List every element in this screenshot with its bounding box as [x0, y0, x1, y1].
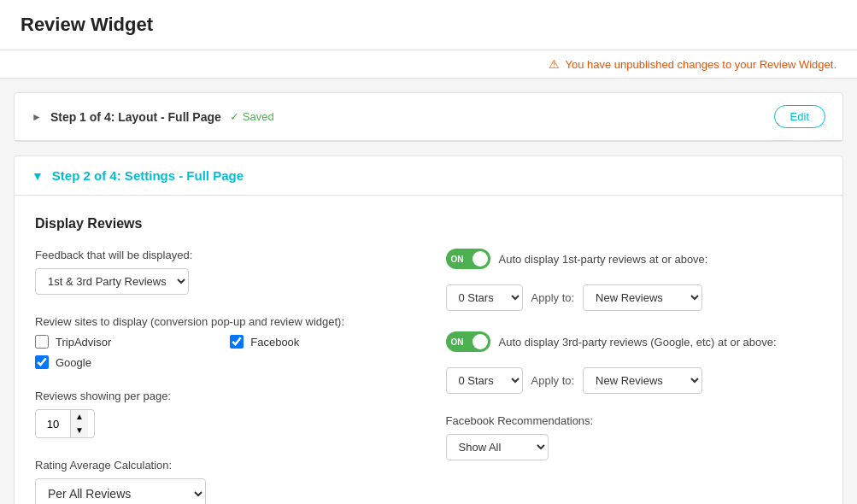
saved-badge: ✓ Saved: [230, 110, 274, 123]
review-sites-label: Review sites to display (conversion pop-…: [35, 315, 412, 328]
spinner-buttons: ▲ ▼: [70, 410, 88, 437]
facebook-label[interactable]: Facebook: [250, 336, 299, 349]
auto1-apply-label: Apply to:: [531, 291, 575, 304]
per-page-input[interactable]: [36, 413, 70, 436]
per-page-down-button[interactable]: ▼: [71, 424, 88, 437]
rating-calc-select[interactable]: Per All Reviews Per Selected Reviews: [35, 478, 206, 504]
auto1-toggle[interactable]: ON: [446, 249, 490, 269]
step2-label: Step 2 of 4: Settings - Full Page: [52, 168, 244, 183]
step2-section: ▼ Step 2 of 4: Settings - Full Page Disp…: [14, 155, 843, 504]
step2-arrow-icon[interactable]: ▼: [32, 169, 44, 183]
step1-arrow-icon[interactable]: ►: [32, 111, 42, 123]
per-page-up-button[interactable]: ▲: [71, 410, 88, 424]
section-title: Display Reviews: [35, 216, 822, 231]
warning-text: You have unpublished changes to your Rev…: [565, 58, 836, 71]
auto1-toggle-row: ON Auto display 1st-party reviews at or …: [446, 249, 823, 269]
auto3-toggle-row: ON Auto display 3rd-party reviews (Googl…: [446, 331, 823, 352]
main-content: ► Step 1 of 4: Layout - Full Page ✓ Save…: [0, 92, 857, 504]
edit-button[interactable]: Edit: [774, 105, 825, 128]
per-page-spinner: ▲ ▼: [35, 409, 95, 438]
right-col: ON Auto display 1st-party reviews at or …: [446, 249, 823, 504]
step2-body: Display Reviews Feedback that will be di…: [15, 196, 842, 504]
two-col-layout: Feedback that will be displayed: 1st & 3…: [35, 249, 822, 504]
auto3-toggle-knob: [473, 334, 488, 349]
auto3-toggle[interactable]: ON: [446, 331, 490, 352]
fb-rec-select[interactable]: Show All Show Positive Only Hide All: [446, 434, 549, 460]
step1-header-left: ► Step 1 of 4: Layout - Full Page ✓ Save…: [32, 110, 274, 124]
auto1-toggle-label: ON: [451, 255, 464, 264]
review-sites-checkboxes: TripAdvisor Facebook Google: [35, 335, 412, 369]
google-checkbox[interactable]: [35, 355, 49, 369]
tripadvisor-checkbox[interactable]: [35, 335, 49, 349]
auto3-toggle-label: ON: [451, 337, 464, 347]
auto3-text: Auto display 3rd-party reviews (Google, …: [499, 336, 777, 349]
left-col: Feedback that will be displayed: 1st & 3…: [35, 249, 412, 504]
fb-rec-group: Facebook Recommendations: Show All Show …: [446, 414, 823, 460]
checkmark-icon: ✓: [230, 110, 239, 123]
auto1-star-apply-row: 0 Stars 1 Stars 2 Stars 3 Stars 4 Stars …: [446, 284, 823, 311]
feedback-group: Feedback that will be displayed: 1st & 3…: [35, 249, 412, 295]
auto3-star-apply-row: 0 Stars 1 Stars 2 Stars 3 Stars 4 Stars …: [446, 367, 823, 394]
rating-calc-label: Rating Average Calculation:: [35, 459, 412, 472]
facebook-checkbox[interactable]: [230, 335, 244, 349]
auto3-stars-select[interactable]: 0 Stars 1 Stars 2 Stars 3 Stars 4 Stars …: [446, 367, 523, 394]
auto1-text: Auto display 1st-party reviews at or abo…: [499, 253, 708, 266]
facebook-row: Facebook: [230, 335, 411, 349]
tripadvisor-row: TripAdvisor: [35, 335, 216, 349]
auto1-toggle-knob: [473, 251, 488, 267]
auto3-group: ON Auto display 3rd-party reviews (Googl…: [446, 331, 823, 394]
step2-header: ▼ Step 2 of 4: Settings - Full Page: [15, 156, 842, 196]
per-page-label: Reviews showing per page:: [35, 390, 412, 402]
google-label[interactable]: Google: [56, 356, 91, 369]
per-page-group: Reviews showing per page: ▲ ▼: [35, 390, 412, 438]
review-sites-group: Review sites to display (conversion pop-…: [35, 315, 412, 369]
rating-calc-group: Rating Average Calculation: Per All Revi…: [35, 459, 412, 504]
google-row: Google: [35, 355, 216, 369]
step1-header: ► Step 1 of 4: Layout - Full Page ✓ Save…: [15, 93, 842, 141]
fb-rec-label: Facebook Recommendations:: [446, 414, 823, 427]
auto3-reviews-select[interactable]: New Reviews All Reviews: [583, 367, 702, 394]
warning-icon: ⚠: [549, 57, 560, 71]
page-header: Review Widget: [0, 0, 857, 50]
auto1-group: ON Auto display 1st-party reviews at or …: [446, 249, 823, 311]
auto1-stars-select[interactable]: 0 Stars 1 Stars 2 Stars 3 Stars 4 Stars …: [446, 284, 523, 311]
step1-section: ► Step 1 of 4: Layout - Full Page ✓ Save…: [14, 92, 843, 142]
feedback-label: Feedback that will be displayed:: [35, 249, 412, 261]
warning-bar: ⚠ You have unpublished changes to your R…: [0, 50, 857, 79]
auto3-apply-label: Apply to:: [531, 374, 575, 387]
step1-label: Step 1 of 4: Layout - Full Page: [50, 110, 221, 124]
page-title: Review Widget: [21, 14, 836, 36]
feedback-select[interactable]: 1st & 3rd Party Reviews 1st Party Review…: [35, 268, 189, 295]
auto1-reviews-select[interactable]: New Reviews All Reviews: [583, 284, 702, 311]
saved-text: Saved: [243, 110, 274, 123]
tripadvisor-label[interactable]: TripAdvisor: [56, 336, 111, 349]
